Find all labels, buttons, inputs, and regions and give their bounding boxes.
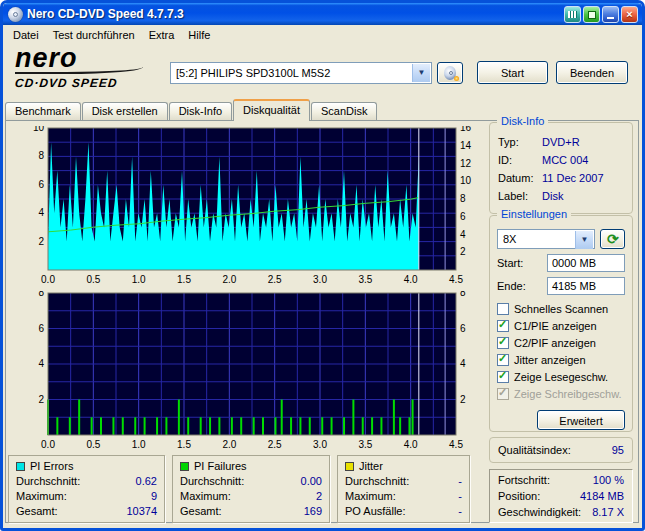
svg-text:8: 8 bbox=[460, 291, 466, 298]
summary-label: Durchschnitt: bbox=[180, 474, 244, 489]
svg-text:6: 6 bbox=[38, 323, 44, 334]
spark-icon bbox=[454, 76, 459, 81]
checkbox-lesegeschw[interactable] bbox=[497, 371, 509, 383]
tab-benchmark[interactable]: Benchmark bbox=[5, 102, 81, 120]
menu-item-hilfe[interactable]: Hilfe bbox=[181, 27, 217, 43]
speed-select-value: 8X bbox=[503, 233, 516, 245]
tab-scandisk[interactable]: ScanDisk bbox=[311, 102, 377, 120]
settings-group: Einstellungen 8X ▼ ⟳ Start: 0000 MB Ende… bbox=[489, 215, 633, 432]
summary-value: - bbox=[458, 474, 462, 489]
start-mb-field[interactable]: 0000 MB bbox=[547, 254, 625, 272]
svg-text:1.0: 1.0 bbox=[132, 439, 146, 450]
svg-text:4: 4 bbox=[460, 229, 466, 240]
svg-text:4.0: 4.0 bbox=[404, 274, 418, 285]
progress-label: Fortschritt: bbox=[498, 472, 550, 488]
disc-tool-button[interactable] bbox=[437, 62, 463, 84]
menu-item-test-durchfuehren[interactable]: Test durchführen bbox=[46, 27, 142, 43]
svg-text:2: 2 bbox=[460, 394, 466, 405]
disk-label-value: Disk bbox=[542, 187, 563, 205]
svg-text:2.5: 2.5 bbox=[268, 439, 282, 450]
close-button[interactable]: × bbox=[621, 6, 638, 23]
svg-text:3.0: 3.0 bbox=[313, 439, 327, 450]
checkbox-label: Zeige Schreibgeschw. bbox=[514, 388, 622, 400]
svg-text:1.5: 1.5 bbox=[177, 274, 191, 285]
quality-index-label: Qualitätsindex: bbox=[498, 444, 571, 456]
svg-text:0.5: 0.5 bbox=[86, 274, 100, 285]
end-mb-label: Ende: bbox=[497, 280, 547, 292]
summary-label: Durchschnitt: bbox=[345, 474, 409, 489]
summary-label: Maximum: bbox=[180, 489, 231, 504]
summary-value: - bbox=[458, 504, 462, 519]
start-mb-label: Start: bbox=[497, 257, 547, 269]
checkbox-jitter[interactable] bbox=[497, 354, 509, 366]
quality-index-box: Qualitätsindex: 95 bbox=[489, 437, 633, 463]
summary-title: PI Errors bbox=[30, 459, 73, 474]
menu-item-datei[interactable]: Datei bbox=[6, 27, 46, 43]
svg-text:6: 6 bbox=[460, 323, 466, 334]
pi-failures-summary: PI Failures Durchschnitt:0.00 Maximum:2 … bbox=[172, 455, 330, 523]
svg-text:0.0: 0.0 bbox=[41, 439, 55, 450]
svg-text:2.5: 2.5 bbox=[268, 274, 282, 285]
svg-text:3.0: 3.0 bbox=[313, 274, 327, 285]
chevron-down-icon[interactable]: ▼ bbox=[575, 231, 593, 249]
summary-label: PO Ausfälle: bbox=[345, 504, 406, 519]
menu-item-extra[interactable]: Extra bbox=[142, 27, 182, 43]
checkbox-c1-pie[interactable] bbox=[497, 320, 509, 332]
status-row: Geschwindigkeit:8.17 X bbox=[490, 504, 632, 520]
disk-type-label: Typ: bbox=[498, 133, 542, 151]
tab-diskqualitaet[interactable]: Diskqualität bbox=[233, 99, 310, 121]
titlebar[interactable]: Nero CD-DVD Speed 4.7.7.3 × bbox=[3, 3, 642, 25]
disk-info-title: Disk-Info bbox=[497, 115, 548, 127]
summary-title: PI Failures bbox=[194, 459, 247, 474]
checkbox-c2-pif[interactable] bbox=[497, 337, 509, 349]
refresh-icon: ⟳ bbox=[607, 231, 619, 247]
disk-date-value: 11 Dec 2007 bbox=[542, 169, 604, 187]
nero-logo: nero CD·DVD SPEED bbox=[15, 45, 165, 90]
checkbox-label: Zeige Lesegeschw. bbox=[514, 371, 608, 383]
chevron-down-icon[interactable]: ▼ bbox=[412, 64, 430, 82]
titlebar-extra-button-1[interactable] bbox=[564, 6, 581, 23]
tab-disk-info[interactable]: Disk-Info bbox=[169, 102, 232, 120]
jitter-summary: Jitter Durchschnitt:- Maximum:- PO Ausfä… bbox=[337, 455, 470, 523]
checkbox-schnelles-scannen[interactable] bbox=[497, 303, 509, 315]
checkbox-schreibgeschw bbox=[497, 388, 509, 400]
app-window: Nero CD-DVD Speed 4.7.7.3 × Datei Test d… bbox=[0, 0, 645, 531]
mini-chart-icon bbox=[568, 11, 577, 18]
summary-value: 2 bbox=[316, 489, 322, 504]
summary-label: Durchschnitt: bbox=[16, 474, 80, 489]
summary-label: Gesamt: bbox=[180, 504, 222, 519]
summary-label: Gesamt: bbox=[16, 504, 58, 519]
svg-text:16: 16 bbox=[460, 126, 472, 133]
disk-info-row: Datum:11 Dec 2007 bbox=[490, 169, 632, 187]
drive-select[interactable]: [5:2] PHILIPS SPD3100L M5S2 ▼ bbox=[170, 62, 432, 84]
titlebar-extra-button-2[interactable] bbox=[583, 6, 600, 23]
pi-errors-summary: PI Errors Durchschnitt:0.62 Maximum:9 Ge… bbox=[8, 455, 165, 523]
checkbox-row: Zeige Lesegeschw. bbox=[497, 368, 625, 385]
speed-label: Geschwindigkeit: bbox=[498, 504, 581, 520]
speed-value: 8.17 X bbox=[592, 504, 624, 520]
svg-text:6: 6 bbox=[460, 211, 466, 222]
window-title: Nero CD-DVD Speed 4.7.7.3 bbox=[27, 7, 564, 21]
disk-date-label: Datum: bbox=[498, 169, 542, 187]
summary-title: Jitter bbox=[359, 459, 383, 474]
checkbox-row: Schnelles Scannen bbox=[497, 300, 625, 317]
tab-disk-erstellen[interactable]: Disk erstellen bbox=[82, 102, 168, 120]
close-icon: × bbox=[626, 8, 632, 20]
svg-text:12: 12 bbox=[460, 158, 472, 169]
speed-select[interactable]: 8X ▼ bbox=[497, 229, 595, 249]
svg-text:1.0: 1.0 bbox=[132, 274, 146, 285]
start-button[interactable]: Start bbox=[477, 61, 548, 84]
advanced-button[interactable]: Erweitert bbox=[537, 410, 625, 430]
svg-text:1.5: 1.5 bbox=[177, 439, 191, 450]
quit-button[interactable]: Beenden bbox=[556, 61, 628, 84]
summary-value: 10374 bbox=[126, 504, 157, 519]
minimize-button[interactable] bbox=[602, 6, 619, 23]
disk-info-row: Typ:DVD+R bbox=[490, 133, 632, 151]
checkbox-label: C2/PIF anzeigen bbox=[514, 337, 596, 349]
svg-text:2.0: 2.0 bbox=[222, 439, 236, 450]
disk-type-value: DVD+R bbox=[542, 133, 580, 151]
refresh-button[interactable]: ⟳ bbox=[600, 229, 625, 249]
end-mb-field[interactable]: 4185 MB bbox=[547, 277, 625, 295]
summary-value: - bbox=[458, 489, 462, 504]
status-row: Fortschritt:100 % bbox=[490, 472, 632, 488]
